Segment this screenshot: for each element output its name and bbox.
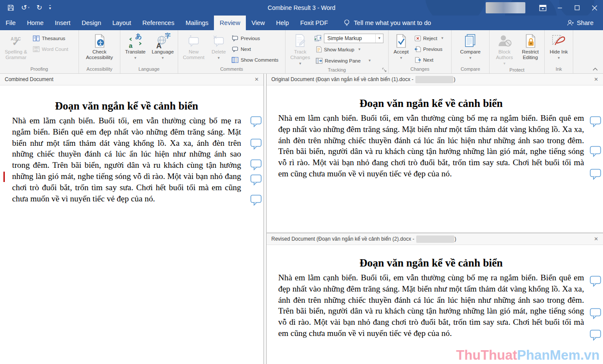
compare-dropdown-icon: ▼: [469, 55, 472, 61]
tab-view[interactable]: View: [246, 16, 270, 30]
tab-file[interactable]: File: [0, 16, 21, 30]
tab-design[interactable]: Design: [76, 16, 107, 30]
comment-bubble-icon[interactable]: [590, 116, 601, 127]
show-markup-button[interactable]: Show Markup ▼: [314, 44, 386, 55]
delete-comment-button[interactable]: Delete ▼: [208, 31, 229, 66]
thesaurus-label: Thesaurus: [42, 36, 65, 41]
user-account-redacted: [486, 2, 525, 13]
new-comment-button[interactable]: New Comment: [179, 31, 208, 66]
customize-qat-icon[interactable]: ▾: [49, 5, 51, 10]
word-count-button[interactable]: ABC123 Word Count: [31, 44, 70, 54]
tab-references[interactable]: References: [137, 16, 180, 30]
comment-bubble-icon[interactable]: [590, 276, 601, 287]
group-ink: Hide Ink ▼ Ink: [545, 30, 573, 73]
block-authors-icon: [498, 33, 512, 49]
language-button[interactable]: 字A Language ▼: [149, 31, 177, 66]
ribbon-display-options-icon[interactable]: [534, 0, 551, 16]
next-comment-button[interactable]: Next: [229, 44, 281, 54]
accept-icon: [395, 33, 407, 49]
share-button[interactable]: Share: [567, 16, 603, 30]
redo-icon[interactable]: ↻: [36, 4, 42, 11]
group-language: あa Translate ▼ 字A Language ▼ Language: [120, 30, 178, 73]
tab-help[interactable]: Help: [270, 16, 295, 30]
title-bar: ↺▾ ↻ ▾ Combine Result 3 - Word: [0, 0, 603, 16]
track-changes-button[interactable]: Track Changes ▼: [287, 31, 314, 66]
reviewing-pane-button[interactable]: Reviewing Pane ▼: [314, 55, 386, 66]
next-change-button[interactable]: Next: [412, 54, 446, 65]
original-document-body[interactable]: Đoạn văn ngắn kể về cảnh biển Nhà em lằm…: [267, 85, 603, 232]
tell-me-label: Tell me what you want to do: [354, 19, 431, 26]
show-markup-label: Show Markup: [324, 47, 354, 52]
comment-bubble-icon[interactable]: [590, 308, 601, 319]
tab-mailings[interactable]: Mailings: [180, 16, 214, 30]
share-label: Share: [577, 19, 594, 26]
translate-dropdown-icon: ▼: [134, 55, 137, 61]
group-label-accessibility: Accessibility: [79, 66, 120, 73]
combined-pane-close-icon[interactable]: ✕: [250, 76, 259, 82]
reject-button[interactable]: Reject ▼: [412, 33, 446, 44]
comment-bubble-icon[interactable]: [250, 159, 262, 170]
spelling-grammar-button[interactable]: ABC✓ Spelling & Grammar: [1, 31, 31, 66]
comment-bubble-icon[interactable]: [590, 329, 601, 341]
ribbon-spacer: [573, 30, 603, 73]
hide-ink-label: Hide Ink: [550, 49, 568, 55]
tab-insert[interactable]: Insert: [49, 16, 76, 30]
previous-comment-button[interactable]: Previous: [229, 33, 281, 44]
original-pane-header: Original Document (Đoạn văn ngắn kể về c…: [267, 74, 603, 85]
comment-bubble-icon[interactable]: [590, 146, 601, 157]
check-accessibility-button[interactable]: Check Accessibility: [82, 31, 118, 66]
reviewing-pane-label: Reviewing Pane: [325, 58, 361, 63]
thesaurus-button[interactable]: Thesaurus: [31, 33, 70, 44]
document-heading: Đoạn văn ngắn kể về cảnh biển: [12, 100, 241, 112]
revised-pane-close-icon[interactable]: ✕: [590, 236, 598, 242]
undo-icon[interactable]: ↺▾: [21, 4, 29, 11]
accept-button[interactable]: Accept ▼: [390, 31, 412, 66]
combined-document-body[interactable]: Đoạn văn ngắn kể về cảnh biển Nhà em lằm…: [0, 85, 264, 364]
comment-bubble-icon[interactable]: [250, 116, 262, 127]
comment-bubble-icon[interactable]: [590, 169, 601, 180]
show-markup-dropdown-icon: ▼: [358, 47, 361, 51]
undo-dropdown-icon[interactable]: ▾: [28, 6, 29, 9]
tab-layout[interactable]: Layout: [107, 16, 137, 30]
tab-foxit-pdf[interactable]: Foxit PDF: [295, 16, 333, 30]
save-icon[interactable]: [7, 4, 14, 11]
group-label-ink: Ink: [545, 66, 573, 73]
comment-bubble-icon[interactable]: [250, 195, 262, 206]
tell-me-box[interactable]: Tell me what you want to do: [344, 16, 431, 30]
translate-button[interactable]: あa Translate ▼: [122, 31, 149, 66]
tracking-dialog-launcher-icon[interactable]: [382, 68, 386, 72]
markup-combo-arrow-icon[interactable]: ▼: [375, 34, 383, 43]
share-person-icon: [567, 19, 574, 26]
revised-document-body[interactable]: Đoạn văn ngắn kể về cảnh biển Nhà em lằm…: [267, 245, 603, 364]
spelling-grammar-icon: ABC✓: [11, 33, 22, 49]
check-accessibility-icon: [94, 33, 106, 49]
word-count-label: Word Count: [42, 47, 68, 52]
hide-ink-dropdown-icon: ▼: [557, 55, 561, 61]
new-comment-icon: [187, 33, 200, 49]
group-label-comments: Comments: [178, 66, 285, 73]
compare-button[interactable]: Compare ▼: [455, 31, 487, 66]
collapse-ribbon-icon[interactable]: [593, 67, 598, 71]
tab-review[interactable]: Review: [214, 16, 246, 30]
comment-bubble-icon[interactable]: [250, 138, 262, 150]
show-comments-button[interactable]: Show Comments: [229, 54, 281, 65]
hide-ink-button[interactable]: Hide Ink ▼: [547, 31, 571, 66]
original-pane-close-icon[interactable]: ✕: [590, 76, 598, 82]
revised-pane-header: Revised Document (Đoạn văn ngắn kể về cả…: [267, 233, 603, 245]
combined-document-pane: Combined Document ✕ Đoạn văn ngắn kể về …: [0, 74, 264, 364]
display-for-review-combo[interactable]: Simple Markup ▼: [324, 34, 383, 43]
original-document-pane: Original Document (Đoạn văn ngắn kể về c…: [266, 74, 603, 233]
document-paragraph: Nhà em lằm cạnh biển. Buổi tối, em vẫn t…: [278, 272, 584, 339]
document-paragraph: Nhà em lằm cạnh biển. Buổi tối, em vẫn t…: [12, 115, 241, 204]
author-name-redacted: [415, 76, 453, 83]
block-authors-button[interactable]: Block Authors ▼: [491, 31, 518, 66]
minimize-button[interactable]: [551, 0, 568, 16]
restrict-editing-button[interactable]: Restrict Editing: [518, 31, 543, 66]
maximize-button[interactable]: [568, 0, 586, 16]
previous-change-button[interactable]: Previous: [412, 44, 446, 54]
tab-home[interactable]: Home: [21, 16, 49, 30]
track-changes-icon: [294, 33, 307, 49]
close-button[interactable]: [586, 0, 603, 16]
comment-bubble-icon[interactable]: [250, 174, 262, 185]
author-name-redacted: [416, 235, 454, 243]
